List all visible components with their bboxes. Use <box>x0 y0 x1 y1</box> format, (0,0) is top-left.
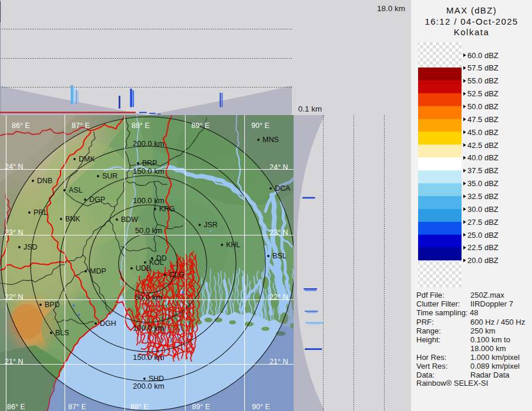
svg-text:30.0 dBZ: 30.0 dBZ <box>467 205 499 214</box>
svg-text:DMK: DMK <box>79 155 95 163</box>
svg-text:86° E: 86° E <box>7 403 25 411</box>
svg-text:BRP: BRP <box>142 159 157 167</box>
svg-text:50.0 km: 50.0 km <box>135 293 162 302</box>
svg-text:Height:: Height: <box>416 335 440 344</box>
svg-text:24° N: 24° N <box>5 163 23 171</box>
svg-text:47.5 dBZ: 47.5 dBZ <box>467 115 499 124</box>
svg-text:MAX (dBZ): MAX (dBZ) <box>446 5 497 15</box>
svg-text:PRF:: PRF: <box>416 318 434 326</box>
svg-text:Vert Res:: Vert Res: <box>416 362 447 370</box>
svg-text:90° E: 90° E <box>251 122 270 130</box>
svg-text:89° E: 89° E <box>191 122 210 130</box>
svg-text:250Z.max: 250Z.max <box>470 291 504 299</box>
svg-text:250 km: 250 km <box>470 326 496 335</box>
svg-text:Data:: Data: <box>416 370 435 379</box>
svg-text:600 Hz / 450 Hz: 600 Hz / 450 Hz <box>470 318 525 326</box>
svg-text:MNS: MNS <box>262 136 279 144</box>
svg-text:18.000 km: 18.000 km <box>470 344 506 353</box>
svg-text:27.5 dBZ: 27.5 dBZ <box>467 218 499 227</box>
svg-text:48: 48 <box>470 308 478 317</box>
svg-text:150.0 km: 150.0 km <box>133 353 164 362</box>
svg-text:DCA: DCA <box>275 184 291 193</box>
svg-text:89° E: 89° E <box>192 403 210 411</box>
svg-text:88° E: 88° E <box>130 403 149 411</box>
svg-text:BNK: BNK <box>65 215 80 223</box>
svg-text:18.0 km: 18.0 km <box>377 4 405 13</box>
svg-text:DGP: DGP <box>89 196 105 204</box>
svg-text:87° E: 87° E <box>72 122 90 130</box>
svg-text:BSL: BSL <box>272 252 287 260</box>
svg-text:16:12 / 04-Oct-2025: 16:12 / 04-Oct-2025 <box>425 16 518 26</box>
svg-text:200.0 km: 200.0 km <box>133 139 164 148</box>
svg-text:Rainbow® SELEX-SI: Rainbow® SELEX-SI <box>416 379 488 388</box>
svg-text:0.1 km: 0.1 km <box>298 105 322 113</box>
svg-text:37.5 dBZ: 37.5 dBZ <box>467 166 499 175</box>
svg-text:DNB: DNB <box>37 177 52 185</box>
svg-text:JSR: JSR <box>204 221 218 229</box>
svg-text:Kolkata: Kolkata <box>454 27 490 37</box>
svg-text:25.0 dBZ: 25.0 dBZ <box>467 231 499 240</box>
svg-text:100.0 km: 100.0 km <box>133 196 164 205</box>
svg-text:KOL: KOL <box>149 258 164 267</box>
svg-text:IIRDoppler 7: IIRDoppler 7 <box>470 299 513 308</box>
svg-text:0.100 km to: 0.100 km to <box>470 335 510 344</box>
svg-text:22° N: 22° N <box>5 293 23 301</box>
svg-text:1.000 km/pixel: 1.000 km/pixel <box>470 353 520 362</box>
svg-text:BPD: BPD <box>45 301 60 309</box>
svg-text:57.5 dBZ: 57.5 dBZ <box>467 63 499 72</box>
svg-text:DGH: DGH <box>100 319 116 328</box>
svg-text:86° E: 86° E <box>12 122 30 130</box>
svg-text:60.0 dBZ: 60.0 dBZ <box>467 51 499 60</box>
svg-text:150.0 km: 150.0 km <box>133 167 164 176</box>
svg-text:55.0 dBZ: 55.0 dBZ <box>467 76 499 85</box>
svg-text:ASL: ASL <box>69 186 83 194</box>
svg-text:KRG: KRG <box>159 205 175 213</box>
svg-text:52.5 dBZ: 52.5 dBZ <box>467 89 499 98</box>
svg-text:BLS: BLS <box>55 329 69 337</box>
svg-text:BDW: BDW <box>121 215 138 224</box>
svg-text:40.0 dBZ: 40.0 dBZ <box>467 153 499 162</box>
svg-text:24° N: 24° N <box>270 163 288 171</box>
svg-text:PRL: PRL <box>33 208 48 217</box>
svg-text:MDP: MDP <box>90 267 106 275</box>
svg-text:Clutter Filter:: Clutter Filter: <box>416 299 460 308</box>
svg-text:Radar Data: Radar Data <box>470 370 510 379</box>
svg-text:20.0 dBZ: 20.0 dBZ <box>467 256 499 265</box>
svg-text:50.0 dBZ: 50.0 dBZ <box>467 102 499 111</box>
svg-text:35.0 dBZ: 35.0 dBZ <box>467 179 499 188</box>
svg-text:CLG: CLG <box>169 271 184 279</box>
svg-text:42.5 dBZ: 42.5 dBZ <box>467 141 499 150</box>
svg-text:Time sampling:: Time sampling: <box>416 308 468 317</box>
svg-text:Range:: Range: <box>416 326 441 335</box>
svg-text:22.5 dBZ: 22.5 dBZ <box>467 243 499 252</box>
svg-text:87° E: 87° E <box>68 403 86 411</box>
svg-text:Pdf File:: Pdf File: <box>416 291 445 299</box>
svg-text:JSD: JSD <box>23 243 38 251</box>
svg-text:23° N: 23° N <box>5 228 23 237</box>
svg-text:KHL: KHL <box>226 241 240 249</box>
svg-text:SUR: SUR <box>102 172 117 180</box>
svg-text:21° N: 21° N <box>5 358 23 366</box>
svg-text:45.0 dBZ: 45.0 dBZ <box>467 128 499 137</box>
svg-text:0.089 km/pixel: 0.089 km/pixel <box>470 362 520 370</box>
svg-text:200.0 km: 200.0 km <box>133 382 164 390</box>
svg-text:90° E: 90° E <box>252 403 270 411</box>
svg-text:UDB: UDB <box>136 264 151 272</box>
svg-text:88° E: 88° E <box>132 122 150 130</box>
svg-text:22° N: 22° N <box>270 293 288 301</box>
svg-text:SHD: SHD <box>149 375 164 383</box>
svg-text:32.5 dBZ: 32.5 dBZ <box>467 192 499 201</box>
svg-text:21° N: 21° N <box>270 358 288 366</box>
svg-text:100.0 km: 100.0 km <box>133 324 164 332</box>
svg-text:23° N: 23° N <box>270 228 288 237</box>
svg-text:50.0 km: 50.0 km <box>135 226 162 235</box>
svg-text:Hor Res:: Hor Res: <box>416 353 446 362</box>
